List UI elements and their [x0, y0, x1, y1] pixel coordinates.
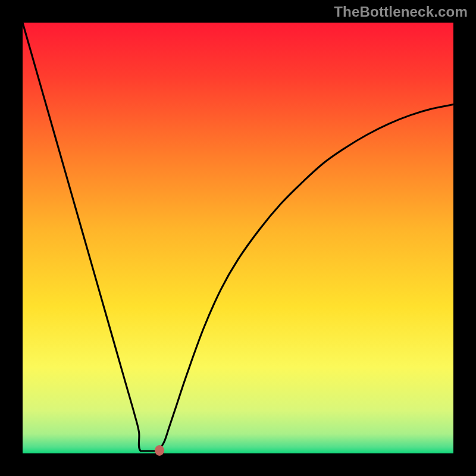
curve-path: [23, 23, 453, 451]
watermark-text: TheBottleneck.com: [334, 4, 468, 20]
optimum-marker-icon: [155, 445, 164, 456]
chart-stage: TheBottleneck.com: [0, 0, 476, 476]
plot-frame: [23, 23, 453, 453]
bottleneck-curve: [23, 23, 453, 453]
